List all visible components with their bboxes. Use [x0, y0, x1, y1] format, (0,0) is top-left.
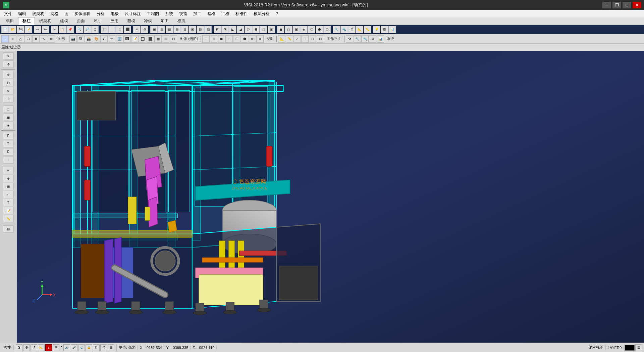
side-snap[interactable]: ⊕ [3, 175, 14, 182]
side-fit[interactable]: ⊡ [3, 79, 14, 86]
wp-btn4[interactable]: ⊞ [301, 35, 309, 43]
menu-edit[interactable]: 编辑 [15, 10, 29, 17]
maximize-button[interactable]: □ [623, 2, 631, 8]
tab-surface[interactable]: 曲面 [72, 17, 89, 25]
menu-wireframe[interactable]: 线架构 [30, 10, 47, 17]
img-btn1[interactable]: 📷 [69, 35, 77, 43]
status-btn6[interactable]: 🔊 [63, 344, 70, 351]
tb-shading1[interactable]: ◼ [277, 26, 284, 33]
menu-dimension[interactable]: 尺寸标注 [122, 10, 144, 17]
menu-system[interactable]: 系统 [162, 10, 176, 17]
menu-flow-analysis[interactable]: 模流分析 [251, 10, 272, 17]
tb-layer[interactable]: ≡ [133, 26, 141, 33]
tb-b1[interactable]: ▣ [150, 26, 158, 33]
side-right[interactable]: R [3, 148, 14, 156]
status-btn12[interactable]: ⊞ [108, 344, 114, 351]
status-btn5[interactable]: 中 [53, 344, 59, 351]
tb-sel3[interactable]: ◻ [116, 26, 123, 33]
menu-electrode[interactable]: 电极 [108, 10, 121, 17]
tb-copy[interactable]: 📋 [59, 26, 66, 33]
tb-b5[interactable]: ⊟ [181, 26, 189, 33]
color-swatch[interactable] [625, 345, 635, 351]
tb-view7[interactable]: ◻ [260, 26, 267, 33]
status-btn11[interactable]: 🖨 [100, 344, 107, 351]
tb-select[interactable]: ⬚ [101, 26, 108, 33]
img-btn6[interactable]: ✏ [108, 35, 115, 43]
tb-open[interactable]: 📂 [9, 26, 16, 33]
img-btn10[interactable]: 🔲 [139, 35, 146, 43]
shape-btn1[interactable]: ◻ [1, 35, 9, 43]
status-btn10[interactable]: ⚙ [93, 344, 100, 351]
tab-modeling[interactable]: 建模 [56, 17, 72, 25]
tb-select2[interactable]: ⬜ [108, 26, 116, 33]
tb-shading6[interactable]: ⬟ [316, 26, 323, 33]
side-grid[interactable]: ⊞ [3, 183, 14, 190]
sys-btn1[interactable]: ⚙ [346, 35, 353, 43]
side-filter[interactable]: ≡ [3, 167, 14, 174]
tab-edit[interactable]: 编辑 [1, 17, 18, 25]
tb-view1[interactable]: ◤ [214, 26, 221, 33]
tb-zoom-out[interactable]: 🔎 [84, 26, 91, 33]
sys-btn3[interactable]: 🔩 [361, 35, 369, 43]
tb-b8[interactable]: ▧ [204, 26, 212, 33]
view-btn5[interactable]: ⬡ [233, 35, 240, 43]
view-btn8[interactable]: ⊗ [256, 35, 264, 43]
shape-btn4[interactable]: ⬡ [24, 35, 32, 43]
view-btn2[interactable]: ⊞ [210, 35, 217, 43]
status-btn3[interactable]: ↺ [31, 344, 37, 351]
img-btn7[interactable]: 🔠 [116, 35, 123, 43]
menu-view[interactable]: 视窗 [176, 10, 190, 17]
wp-btn1[interactable]: 📐 [278, 35, 285, 43]
tb-shading7[interactable]: ⬠ [323, 26, 331, 33]
view-btn7[interactable]: ⊕ [249, 35, 256, 43]
tb-sel4[interactable]: ⬛ [124, 26, 131, 33]
tab-flow[interactable]: 模流 [173, 17, 190, 25]
side-extra[interactable]: ⊡ [3, 225, 14, 233]
tb-view6[interactable]: ⬢ [252, 26, 260, 33]
tb-view5[interactable]: ⬡ [245, 26, 252, 33]
tb-extra4[interactable]: 📐 [356, 26, 363, 33]
side-note[interactable]: 📝 [3, 207, 14, 214]
side-select[interactable]: ↖ [3, 52, 14, 60]
shape-btn7[interactable]: ⊕ [48, 35, 55, 43]
status-btn8[interactable]: 📡 [78, 344, 85, 351]
side-iso[interactable]: I [3, 156, 14, 164]
menu-drawing[interactable]: 工程图 [144, 10, 162, 17]
tb-b4[interactable]: ⊞ [173, 26, 181, 33]
tb-new[interactable]: 📄 [1, 26, 9, 33]
side-front[interactable]: F [3, 132, 14, 139]
img-btn12[interactable]: ▦ [154, 35, 162, 43]
tab-dimension[interactable]: 尺寸 [89, 17, 106, 25]
tb-paste[interactable]: 📌 [66, 26, 74, 33]
tb-shading2[interactable]: ◻ [285, 26, 292, 33]
status-btn4[interactable]: 📐 [38, 344, 45, 351]
close-button[interactable]: ✕ [633, 2, 641, 8]
img-btn14[interactable]: ⊟ [170, 35, 177, 43]
side-shade[interactable]: ◼ [3, 114, 14, 121]
side-wire[interactable]: □ [3, 105, 14, 113]
tb-b2[interactable]: ▤ [158, 26, 165, 33]
side-top[interactable]: T [3, 140, 14, 147]
tb-zoom-fit[interactable]: ⊡ [91, 26, 99, 33]
tb-shading3[interactable]: ▣ [292, 26, 300, 33]
tb-extra5[interactable]: 📏 [364, 26, 371, 33]
tb-zoom-in[interactable]: 🔍 [76, 26, 83, 33]
tb-system1[interactable]: 💡 [373, 26, 380, 33]
tb-b3[interactable]: ▦ [166, 26, 173, 33]
tab-mold[interactable]: 塑模 [123, 17, 140, 25]
menu-standard-parts[interactable]: 标准件 [233, 10, 250, 17]
view-btn1[interactable]: ⊡ [202, 35, 210, 43]
wp-btn2[interactable]: 📏 [286, 35, 293, 43]
side-dim[interactable]: ↔ [3, 191, 14, 198]
wp-btn6[interactable]: ⊡ [317, 35, 324, 43]
tb-shading4[interactable]: ◈ [300, 26, 308, 33]
sys-btn2[interactable]: 🔧 [354, 35, 361, 43]
tab-application[interactable]: 应用 [106, 17, 123, 25]
side-zoom[interactable]: ⊕ [3, 71, 14, 78]
tb-view8[interactable]: ▣ [268, 26, 275, 33]
img-btn4[interactable]: 🎨 [93, 35, 100, 43]
menu-die[interactable]: 冲模 [219, 10, 232, 17]
img-btn2[interactable]: 🖼 [77, 35, 85, 43]
status-end-btn[interactable]: ⊡ [635, 344, 642, 351]
menu-analysis[interactable]: 分析 [94, 10, 107, 17]
